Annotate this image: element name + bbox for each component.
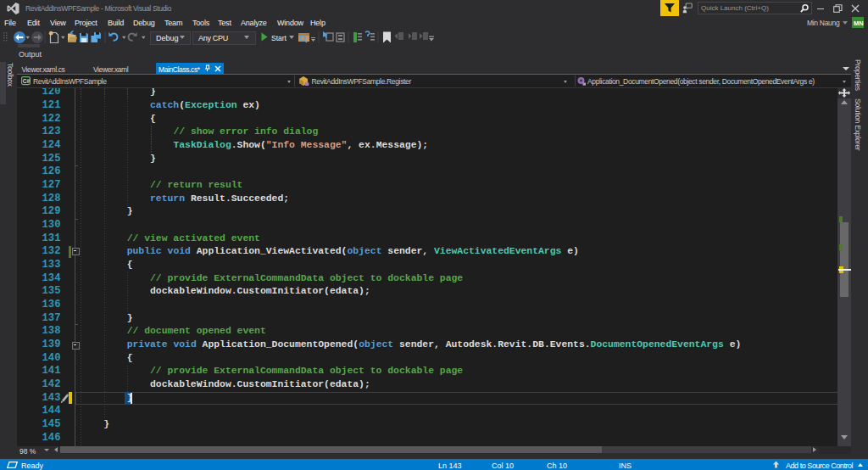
svg-text:C#: C# [22,77,30,83]
